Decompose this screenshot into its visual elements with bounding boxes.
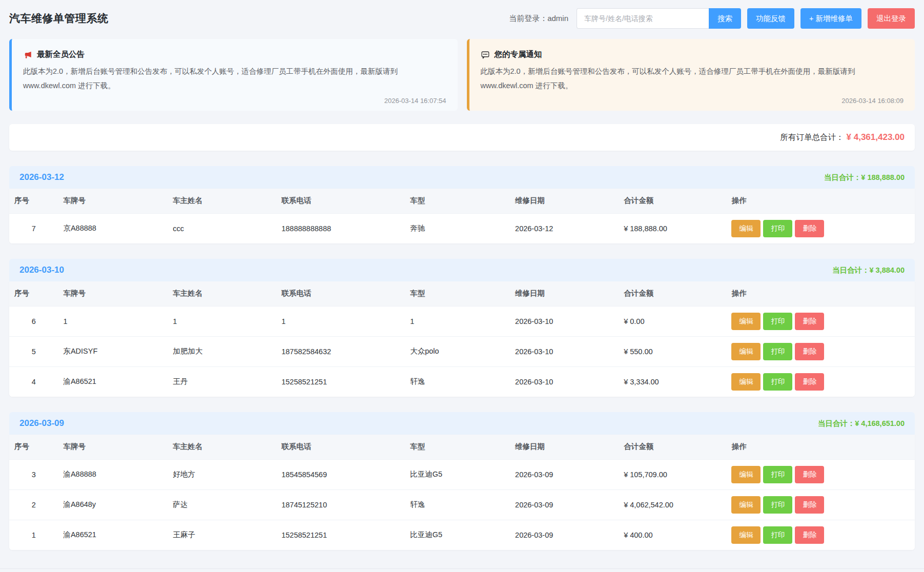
edit-button[interactable]: 编辑 — [731, 343, 761, 360]
orders-table-card: 序号车牌号车主姓名联系电话车型维修日期合计金额操作 3渝A88888好地方185… — [9, 435, 915, 550]
cell-seq: 1 — [9, 520, 58, 550]
delete-button[interactable]: 删除 — [795, 313, 824, 330]
print-button[interactable]: 打印 — [763, 343, 792, 360]
day-section-header: 2026-03-09 当日合计：¥ 4,168,651.00 — [9, 412, 915, 435]
cell-date: 2026-03-10 — [510, 306, 619, 336]
cell-owner: 萨达 — [168, 489, 276, 520]
cell-model: 奔驰 — [405, 213, 510, 243]
section-date: 2026-03-10 — [19, 265, 64, 275]
column-header: 车牌号 — [58, 435, 168, 459]
cell-seq: 5 — [9, 336, 58, 366]
edit-button[interactable]: 编辑 — [731, 373, 761, 391]
cell-model: 比亚迪G5 — [405, 520, 510, 550]
login-label: 当前登录： — [509, 14, 547, 23]
edit-button[interactable]: 编辑 — [731, 466, 761, 483]
cell-actions: 编辑打印删除 — [726, 306, 915, 336]
speech-bubble-icon — [481, 50, 490, 59]
daily-total-amount: ¥ 4,168,651.00 — [855, 419, 905, 427]
orders-table: 序号车牌号车主姓名联系电话车型维修日期合计金额操作 3渝A88888好地方185… — [9, 435, 915, 550]
edit-button[interactable]: 编辑 — [731, 313, 761, 330]
announcement-body: 此版本为2.0，新增后台账号管理和公告发布，可以私发个人账号，适合修理厂员工带手… — [23, 65, 446, 93]
cell-seq: 2 — [9, 489, 58, 520]
column-header: 车主姓名 — [168, 189, 276, 213]
cell-date: 2026-03-10 — [510, 366, 619, 397]
print-button[interactable]: 打印 — [763, 373, 792, 391]
feedback-button[interactable]: 功能反馈 — [747, 8, 794, 29]
column-header: 操作 — [726, 435, 915, 459]
column-header: 序号 — [9, 281, 58, 306]
column-header: 联系电话 — [276, 189, 405, 213]
print-button[interactable]: 打印 — [763, 496, 792, 514]
delete-button[interactable]: 删除 — [795, 466, 824, 483]
column-header: 车型 — [405, 189, 510, 213]
announcement-timestamp: 2026-03-14 16:07:54 — [23, 97, 446, 105]
daily-total: 当日合计：¥ 4,168,651.00 — [818, 419, 905, 428]
delete-button[interactable]: 删除 — [795, 220, 824, 237]
personal-notice-title-row: 您的专属通知 — [481, 49, 904, 60]
cell-phone: 187582584632 — [276, 336, 405, 366]
day-section: 2026-03-12 当日合计：¥ 188,888.00 序号车牌号车主姓名联系… — [9, 166, 915, 243]
edit-button[interactable]: 编辑 — [731, 220, 761, 237]
cell-date: 2026-03-10 — [510, 336, 619, 366]
delete-button[interactable]: 删除 — [795, 526, 824, 544]
order-row: 611112026-03-10¥ 0.00编辑打印删除 — [9, 306, 915, 336]
cell-date: 2026-03-09 — [510, 459, 619, 489]
cell-date: 2026-03-09 — [510, 520, 619, 550]
cell-plate: 东ADISYF — [58, 336, 168, 366]
cell-phone: 18745125210 — [276, 489, 405, 520]
login-status: 当前登录：admin — [509, 14, 568, 24]
cell-actions: 编辑打印删除 — [726, 336, 915, 366]
cell-actions: 编辑打印删除 — [726, 489, 915, 520]
column-header: 车型 — [405, 435, 510, 459]
cell-model: 轩逸 — [405, 366, 510, 397]
announcement-card: 最新全员公告 此版本为2.0，新增后台账号管理和公告发布，可以私发个人账号，适合… — [9, 39, 458, 111]
cell-seq: 3 — [9, 459, 58, 489]
delete-button[interactable]: 删除 — [795, 343, 824, 360]
logout-button[interactable]: 退出登录 — [868, 8, 915, 29]
login-username: admin — [547, 14, 568, 23]
search-input[interactable] — [577, 8, 709, 29]
print-button[interactable]: 打印 — [763, 220, 792, 237]
edit-button[interactable]: 编辑 — [731, 496, 761, 514]
search-button[interactable]: 搜索 — [709, 8, 741, 29]
print-button[interactable]: 打印 — [763, 526, 792, 544]
column-header: 车牌号 — [58, 189, 168, 213]
delete-button[interactable]: 删除 — [795, 373, 824, 391]
print-button[interactable]: 打印 — [763, 313, 792, 330]
cell-plate: 1 — [58, 306, 168, 336]
notice-cards: 最新全员公告 此版本为2.0，新增后台账号管理和公告发布，可以私发个人账号，适合… — [9, 39, 915, 111]
topbar-actions: 当前登录：admin 搜索 功能反馈 + 新增维修单 退出登录 — [509, 8, 915, 29]
column-header: 车主姓名 — [168, 281, 276, 306]
daily-total-label: 当日合计： — [832, 266, 870, 274]
column-header: 维修日期 — [510, 189, 619, 213]
column-header: 车主姓名 — [168, 435, 276, 459]
cell-plate: 渝A8648y — [58, 489, 168, 520]
orders-table-card: 序号车牌号车主姓名联系电话车型维修日期合计金额操作 7京A88888ccc188… — [9, 189, 915, 243]
orders-table: 序号车牌号车主姓名联系电话车型维修日期合计金额操作 7京A88888ccc188… — [9, 189, 915, 243]
day-section: 2026-03-09 当日合计：¥ 4,168,651.00 序号车牌号车主姓名… — [9, 412, 915, 550]
grand-total-amount: ¥ 4,361,423.00 — [847, 132, 905, 142]
app-header: 汽车维修单管理系统 当前登录：admin 搜索 功能反馈 + 新增维修单 退出登… — [0, 0, 924, 34]
print-button[interactable]: 打印 — [763, 466, 792, 483]
order-row: 7京A88888ccc188888888888奔驰2026-03-12¥ 188… — [9, 213, 915, 243]
cell-phone: 15258521251 — [276, 366, 405, 397]
cell-owner: ccc — [168, 213, 276, 243]
add-repair-order-button[interactable]: + 新增维修单 — [800, 8, 861, 29]
day-section-header: 2026-03-12 当日合计：¥ 188,888.00 — [9, 166, 915, 189]
column-header: 车型 — [405, 281, 510, 306]
announcement-title: 最新全员公告 — [37, 49, 85, 60]
cell-phone: 15258521251 — [276, 520, 405, 550]
cell-seq: 4 — [9, 366, 58, 397]
cell-model: 大众polo — [405, 336, 510, 366]
column-header: 联系电话 — [276, 435, 405, 459]
cell-actions: 编辑打印删除 — [726, 520, 915, 550]
delete-button[interactable]: 删除 — [795, 496, 824, 514]
cell-plate: 渝A86521 — [58, 366, 168, 397]
orders-table: 序号车牌号车主姓名联系电话车型维修日期合计金额操作 611112026-03-1… — [9, 281, 915, 397]
search-group: 搜索 — [577, 8, 741, 29]
grand-total-label: 所有订单总合计： — [781, 132, 844, 143]
edit-button[interactable]: 编辑 — [731, 526, 761, 544]
column-header: 序号 — [9, 189, 58, 213]
day-section-header: 2026-03-10 当日合计：¥ 3,884.00 — [9, 259, 915, 281]
daily-total-label: 当日合计： — [818, 419, 855, 427]
